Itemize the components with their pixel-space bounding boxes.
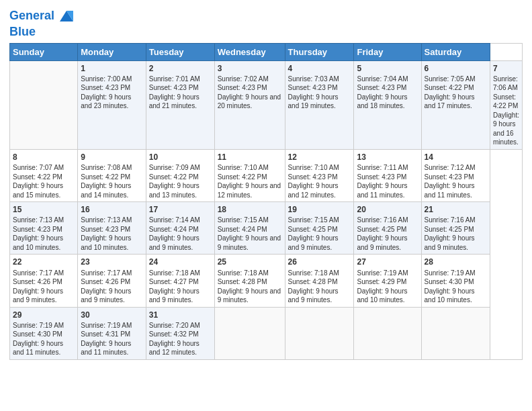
- sunrise-label: Sunrise: 7:08 AM: [81, 164, 132, 171]
- sunset-label: Sunset: 4:23 PM: [81, 84, 130, 91]
- day-number: 22: [13, 257, 75, 267]
- sunrise-label: Sunrise: 7:16 AM: [425, 216, 476, 224]
- sunrise-label: Sunrise: 7:05 AM: [425, 75, 476, 83]
- calendar-day-header: Saturday: [421, 43, 490, 60]
- daylight-label: Daylight: 9 hours and 11 minutes.: [357, 182, 407, 199]
- day-number: 16: [81, 204, 143, 215]
- calendar-day-cell: [214, 307, 285, 359]
- calendar-day-cell: 12Sunrise: 7:10 AMSunset: 4:23 PMDayligh…: [285, 149, 354, 201]
- sunrise-label: Sunrise: 7:14 AM: [149, 216, 200, 224]
- calendar-day-cell: 17Sunrise: 7:14 AMSunset: 4:24 PMDayligh…: [146, 202, 214, 255]
- day-number: 23: [81, 257, 143, 267]
- sunrise-label: Sunrise: 7:09 AM: [149, 164, 200, 171]
- daylight-label: Daylight: 9 hours and 11 minutes.: [81, 340, 131, 357]
- calendar-day-cell: 7Sunrise: 7:06 AMSunset: 4:22 PMDaylight…: [490, 60, 523, 149]
- day-number: 26: [288, 257, 351, 267]
- daylight-label: Daylight: 9 hours and 18 minutes.: [357, 93, 407, 110]
- day-number: 8: [13, 152, 75, 163]
- daylight-label: Daylight: 9 hours and 19 minutes.: [288, 93, 339, 110]
- daylight-label: Daylight: 9 hours and 10 minutes.: [81, 234, 131, 251]
- daylight-label: Daylight: 9 hours and 10 minutes.: [13, 234, 63, 251]
- calendar-week-row: 8Sunrise: 7:07 AMSunset: 4:22 PMDaylight…: [10, 149, 523, 201]
- daylight-label: Daylight: 9 hours and 23 minutes.: [81, 93, 131, 110]
- calendar-day-cell: 30Sunrise: 7:19 AMSunset: 4:31 PMDayligh…: [78, 307, 146, 359]
- sunrise-label: Sunrise: 7:17 AM: [13, 269, 64, 277]
- day-number: 28: [425, 257, 488, 267]
- sunrise-label: Sunrise: 7:18 AM: [218, 269, 269, 277]
- day-number: 20: [357, 204, 418, 215]
- sunrise-label: Sunrise: 7:04 AM: [357, 75, 408, 83]
- sunrise-label: Sunrise: 7:20 AM: [149, 322, 200, 329]
- daylight-label: Daylight: 9 hours and 9 minutes.: [81, 287, 131, 304]
- calendar-day-cell: 28Sunrise: 7:19 AMSunset: 4:30 PMDayligh…: [421, 255, 490, 307]
- sunset-label: Sunset: 4:23 PM: [288, 173, 338, 181]
- calendar-day-cell: 1Sunrise: 7:00 AMSunset: 4:23 PMDaylight…: [78, 60, 146, 149]
- day-number: 17: [149, 204, 212, 215]
- day-number: 3: [218, 63, 282, 74]
- day-number: 10: [149, 152, 212, 163]
- sunset-label: Sunset: 4:26 PM: [13, 278, 62, 285]
- day-number: 13: [357, 152, 418, 163]
- daylight-label: Daylight: 9 hours and 11 minutes.: [13, 340, 63, 357]
- sunset-label: Sunset: 4:23 PM: [357, 84, 406, 91]
- calendar-day-cell: 18Sunrise: 7:15 AMSunset: 4:24 PMDayligh…: [214, 202, 285, 255]
- sunrise-label: Sunrise: 7:13 AM: [81, 216, 132, 224]
- calendar-day-header: Friday: [354, 43, 421, 60]
- sunrise-label: Sunrise: 7:19 AM: [81, 322, 132, 329]
- day-number: 5: [357, 63, 418, 74]
- sunrise-label: Sunrise: 7:00 AM: [81, 75, 132, 83]
- sunset-label: Sunset: 4:28 PM: [218, 278, 267, 285]
- sunset-label: Sunset: 4:23 PM: [149, 84, 199, 91]
- day-number: 12: [288, 152, 351, 163]
- sunrise-label: Sunrise: 7:11 AM: [357, 164, 408, 171]
- daylight-label: Daylight: 9 hours and 9 minutes.: [288, 234, 339, 251]
- calendar-day-cell: 6Sunrise: 7:05 AMSunset: 4:22 PMDaylight…: [421, 60, 490, 149]
- sunrise-label: Sunrise: 7:02 AM: [218, 75, 269, 83]
- calendar-day-cell: 10Sunrise: 7:09 AMSunset: 4:22 PMDayligh…: [146, 149, 214, 201]
- sunrise-label: Sunrise: 7:15 AM: [218, 216, 269, 224]
- calendar-day-cell: 31Sunrise: 7:20 AMSunset: 4:32 PMDayligh…: [146, 307, 214, 359]
- calendar-table: SundayMondayTuesdayWednesdayThursdayFrid…: [9, 43, 523, 360]
- sunset-label: Sunset: 4:22 PM: [425, 84, 474, 91]
- calendar-day-cell: 19Sunrise: 7:15 AMSunset: 4:25 PMDayligh…: [285, 202, 354, 255]
- calendar-week-row: 1Sunrise: 7:00 AMSunset: 4:23 PMDaylight…: [10, 60, 523, 149]
- daylight-label: Daylight: 9 hours and 9 minutes.: [218, 234, 281, 251]
- sunset-label: Sunset: 4:32 PM: [149, 330, 199, 338]
- sunset-label: Sunset: 4:22 PM: [149, 173, 199, 181]
- day-number: 19: [288, 204, 351, 215]
- daylight-label: Daylight: 9 hours and 12 minutes.: [288, 182, 339, 199]
- daylight-label: Daylight: 9 hours and 9 minutes.: [357, 234, 407, 251]
- sunrise-label: Sunrise: 7:15 AM: [288, 216, 339, 224]
- sunset-label: Sunset: 4:25 PM: [288, 226, 338, 233]
- sunset-label: Sunset: 4:30 PM: [425, 278, 474, 285]
- calendar-day-header: Sunday: [10, 43, 78, 60]
- daylight-label: Daylight: 9 hours and 11 minutes.: [425, 182, 475, 199]
- calendar-day-header: Thursday: [285, 43, 354, 60]
- daylight-label: Daylight: 9 hours and 9 minutes.: [13, 287, 63, 304]
- sunset-label: Sunset: 4:24 PM: [218, 226, 267, 233]
- calendar-header-row: SundayMondayTuesdayWednesdayThursdayFrid…: [10, 43, 523, 60]
- day-number: 9: [81, 152, 143, 163]
- sunrise-label: Sunrise: 7:03 AM: [288, 75, 339, 83]
- calendar-day-cell: 26Sunrise: 7:18 AMSunset: 4:28 PMDayligh…: [285, 255, 354, 307]
- sunset-label: Sunset: 4:28 PM: [288, 278, 338, 285]
- calendar-day-header: Tuesday: [146, 43, 214, 60]
- daylight-label: Daylight: 9 hours and 14 minutes.: [81, 182, 131, 199]
- sunset-label: Sunset: 4:23 PM: [288, 84, 338, 91]
- logo-text-2: Blue: [9, 26, 36, 39]
- day-number: 27: [357, 257, 418, 267]
- day-number: 29: [13, 310, 75, 320]
- sunrise-label: Sunrise: 7:19 AM: [357, 269, 408, 277]
- sunset-label: Sunset: 4:23 PM: [81, 226, 130, 233]
- sunset-label: Sunset: 4:26 PM: [81, 278, 130, 285]
- day-number: 30: [81, 310, 143, 320]
- sunrise-label: Sunrise: 7:07 AM: [13, 164, 64, 171]
- calendar-day-cell: [421, 307, 490, 359]
- calendar-day-cell: 15Sunrise: 7:13 AMSunset: 4:23 PMDayligh…: [10, 202, 78, 255]
- day-number: 31: [149, 310, 212, 320]
- calendar-day-header: Monday: [78, 43, 146, 60]
- calendar-day-cell: 13Sunrise: 7:11 AMSunset: 4:23 PMDayligh…: [354, 149, 421, 201]
- sunrise-label: Sunrise: 7:18 AM: [149, 269, 200, 277]
- daylight-label: Daylight: 9 hours and 17 minutes.: [425, 93, 475, 110]
- daylight-label: Daylight: 9 hours and 9 minutes.: [425, 234, 475, 251]
